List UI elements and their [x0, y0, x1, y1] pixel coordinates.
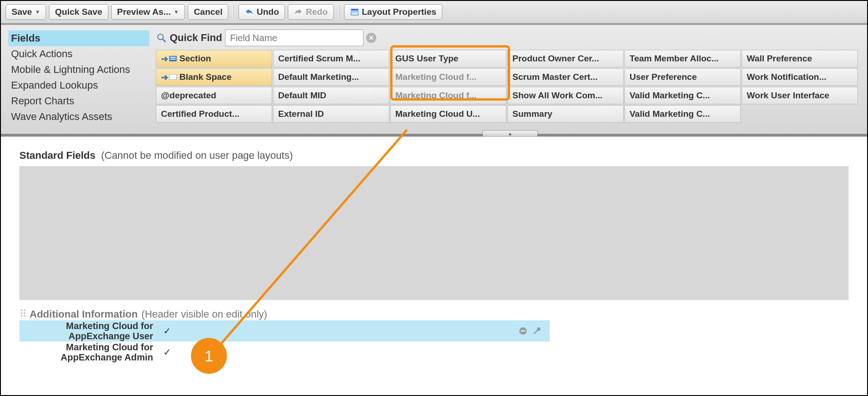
toolbar: Save ▼ Quick Save Preview As... ▼ Cancel… [1, 1, 867, 25]
quick-save-button[interactable]: Quick Save [49, 4, 108, 20]
sidebar-item-report-charts[interactable]: Report Charts [8, 93, 149, 109]
redo-button[interactable]: Redo [288, 4, 334, 20]
preview-as-label: Preview As... [117, 7, 171, 17]
palette-field-label: Valid Marketing C... [630, 90, 710, 101]
palette-field-label: Section [179, 54, 211, 64]
svg-rect-1 [351, 12, 358, 15]
palette-panel: Fields Quick Actions Mobile & Lightning … [1, 25, 867, 137]
palette-field-label: External ID [278, 109, 324, 119]
layout-field-label: Marketing Cloud for AppExchange Admin [23, 342, 161, 362]
additional-information-sub: (Header visible on edit only) [142, 308, 268, 320]
sidebar-item-expanded-lookups[interactable]: Expanded Lookups [8, 78, 149, 93]
layout-field-label: Marketing Cloud for AppExchange User [23, 321, 161, 341]
palette-field[interactable]: Certified Product... [156, 105, 272, 123]
sidebar-item-quick-actions[interactable]: Quick Actions [8, 46, 149, 62]
save-label: Save [12, 7, 32, 17]
section-icon: ➜ [161, 54, 177, 64]
palette-field-label: Wall Preference [747, 54, 812, 64]
wrench-icon[interactable] [532, 326, 541, 336]
palette-field[interactable]: @deprecated [156, 87, 272, 104]
palette-field[interactable]: Marketing Cloud U... [390, 105, 506, 123]
additional-information-section: ⠿ Additional Information (Header visible… [19, 308, 849, 363]
palette-field[interactable]: Marketing Cloud f... [390, 68, 506, 86]
svg-rect-6 [170, 59, 176, 60]
sidebar-item-mobile-lightning-actions[interactable]: Mobile & Lightning Actions [8, 62, 149, 78]
svg-rect-0 [351, 9, 358, 11]
checkbox-checked-icon: ✓ [161, 325, 172, 336]
undo-button[interactable]: Undo [238, 4, 285, 20]
palette-field-label: Summary [512, 109, 553, 119]
palette-field[interactable]: Wall Preference [742, 50, 858, 67]
palette-field[interactable]: Product Owner Cer... [507, 50, 624, 67]
palette-sidebar: Fields Quick Actions Mobile & Lightning … [1, 25, 153, 134]
separator [233, 5, 234, 19]
palette-field[interactable]: Work User Interface [742, 87, 858, 104]
palette-field[interactable]: Valid Marketing C... [624, 87, 741, 104]
standard-fields-body [19, 166, 849, 300]
quick-save-label: Quick Save [55, 7, 102, 17]
palette-field[interactable]: ➜Section [156, 50, 272, 67]
palette-field-label: Marketing Cloud f... [395, 90, 476, 101]
checkbox-checked-icon: ✓ [161, 347, 172, 358]
preview-as-button[interactable]: Preview As... ▼ [111, 4, 185, 20]
save-button[interactable]: Save ▼ [6, 4, 46, 20]
undo-icon [244, 7, 254, 17]
sidebar-item-fields[interactable]: Fields [8, 30, 149, 46]
palette-field[interactable]: Valid Marketing C... [624, 105, 741, 123]
palette-field[interactable]: Marketing Cloud f... [390, 87, 506, 104]
drag-handle-icon[interactable]: ⠿ [19, 308, 26, 320]
palette-field-label: Work Notification... [747, 72, 826, 82]
palette-field-label: Certified Product... [161, 109, 239, 119]
palette-field[interactable]: User Preference [624, 68, 741, 86]
redo-icon [294, 7, 303, 17]
clear-search-icon[interactable]: ✕ [366, 33, 376, 43]
additional-information-title: Additional Information [30, 308, 138, 320]
palette-field[interactable]: Work Notification... [742, 68, 858, 86]
layout-properties-icon [350, 7, 359, 17]
layout-field-row[interactable]: Marketing Cloud for AppExchange User✓ [19, 320, 550, 342]
palette-field[interactable]: Default MID [273, 87, 389, 104]
standard-fields-title: Standard Fields [19, 150, 95, 161]
palette-field[interactable]: Team Member Alloc... [624, 50, 741, 67]
palette-field-label: Blank Space [179, 72, 232, 82]
chevron-down-icon: ▼ [173, 9, 179, 15]
palette-field-label: @deprecated [161, 90, 216, 101]
svg-line-3 [163, 39, 166, 42]
palette-field-label: Valid Marketing C... [630, 109, 710, 119]
palette-field-label: Work User Interface [747, 90, 829, 101]
additional-information-header[interactable]: ⠿ Additional Information (Header visible… [19, 308, 849, 320]
palette-field[interactable]: Scrum Master Cert... [507, 68, 624, 86]
palette-field[interactable]: Certified Scrum M... [273, 50, 389, 67]
standard-fields-section-header: Standard Fields (Cannot be modified on u… [19, 150, 849, 162]
palette-field-label: User Preference [630, 72, 697, 82]
palette-field-label: Product Owner Cer... [512, 54, 599, 64]
palette-field-label: Show All Work Com... [512, 90, 602, 101]
layout-properties-button[interactable]: Layout Properties [344, 4, 443, 20]
palette-field-label: Scrum Master Cert... [512, 72, 598, 82]
undo-label: Undo [256, 7, 279, 17]
palette-field[interactable]: Default Marketing... [273, 68, 389, 86]
chevron-down-icon: ▼ [35, 9, 40, 15]
redo-label: Redo [306, 7, 328, 17]
cancel-button[interactable]: Cancel [188, 4, 228, 20]
sidebar-item-wave-analytics-assets[interactable]: Wave Analytics Assets [8, 109, 149, 125]
cancel-label: Cancel [194, 7, 222, 17]
svg-point-2 [158, 34, 163, 40]
palette-field-label: Certified Scrum M... [278, 54, 360, 64]
palette-field[interactable]: External ID [273, 105, 389, 123]
svg-rect-5 [170, 57, 176, 58]
quick-find-input[interactable] [225, 30, 363, 46]
standard-fields-sub: (Cannot be modified on user page layouts… [101, 150, 293, 161]
remove-icon[interactable] [518, 326, 528, 336]
layout-field-row[interactable]: Marketing Cloud for AppExchange Admin✓ [19, 342, 550, 363]
palette-field[interactable]: Show All Work Com... [507, 87, 624, 104]
palette-field-label: Marketing Cloud f... [395, 72, 476, 82]
palette-collapse-handle[interactable]: ▲ [482, 130, 538, 137]
palette-field[interactable]: ➜Blank Space [156, 68, 272, 86]
layout-canvas: Standard Fields (Cannot be modified on u… [1, 137, 867, 376]
svg-rect-7 [169, 74, 177, 80]
svg-rect-9 [521, 330, 525, 331]
palette-field[interactable]: GUS User Type [390, 50, 506, 67]
palette-field[interactable]: Summary [507, 105, 624, 123]
palette-field-label: Default Marketing... [278, 72, 359, 82]
